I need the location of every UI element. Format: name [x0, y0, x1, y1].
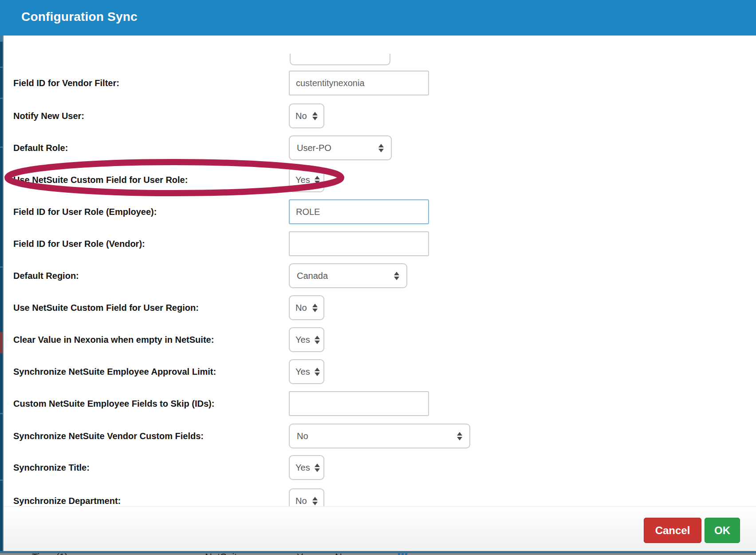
synchronize-title-select[interactable]: Yes: [289, 455, 324, 480]
clear-value-when-empty-select[interactable]: Yes: [289, 327, 324, 352]
field-label: Synchronize Department:: [13, 495, 121, 506]
background-cell: Yes: [297, 553, 313, 555]
form-scroll-area[interactable]: Field ID for Vendor Filter: Notify New U…: [4, 36, 756, 506]
select-spinner-icon: [312, 304, 318, 312]
select-spinner-icon: [315, 336, 320, 344]
configuration-sync-modal: Configuration Sync Field ID for Vendor F…: [0, 0, 756, 555]
user-role-employee-field-id-input[interactable]: [289, 199, 429, 224]
select-spinner-icon: [394, 272, 399, 280]
modal-header: Configuration Sync: [0, 0, 756, 36]
ok-button[interactable]: OK: [705, 518, 740, 543]
user-role-vendor-field-id-input[interactable]: [289, 231, 429, 256]
modal-title: Configuration Sync: [21, 10, 138, 24]
field-label: Synchronize NetSuite Employee Approval L…: [13, 366, 216, 377]
field-label: Use NetSuite Custom Field for User Role:: [13, 174, 188, 186]
field-label: Synchronize NetSuite Vendor Custom Field…: [13, 430, 204, 442]
cancel-button[interactable]: Cancel: [644, 518, 701, 543]
default-region-select[interactable]: Canada: [289, 263, 407, 288]
background-cell: NetSuite: [205, 553, 242, 555]
field-label: Field ID for Vendor Filter:: [13, 77, 119, 89]
user-region-custom-field-select[interactable]: No: [289, 295, 324, 320]
synchronize-department-select[interactable]: No: [289, 488, 324, 506]
modal-footer: Cancel OK: [4, 506, 756, 552]
select-spinner-icon: [315, 176, 320, 184]
select-spinner-icon: [378, 144, 384, 152]
select-spinner-icon: [312, 497, 318, 505]
cutoff-select-partial[interactable]: [290, 54, 390, 65]
select-spinner-icon: [315, 368, 320, 376]
field-label: Custom NetSuite Employee Fields to Skip …: [13, 398, 214, 409]
select-spinner-icon: [457, 432, 462, 440]
background-cell: None: [335, 553, 358, 555]
bar-chart-icon: [398, 553, 407, 555]
employee-fields-skip-input[interactable]: [289, 391, 429, 416]
select-spinner-icon: [312, 112, 318, 120]
field-label: Synchronize Title:: [13, 462, 90, 473]
background-cell: Time (1): [32, 553, 68, 555]
field-label: Field ID for User Role (Employee):: [13, 206, 157, 218]
user-role-custom-field-select[interactable]: Yes: [289, 167, 324, 192]
vendor-custom-fields-select[interactable]: No: [289, 424, 470, 448]
field-label: Use NetSuite Custom Field for User Regio…: [13, 302, 199, 313]
field-label: Default Role:: [13, 142, 68, 154]
field-label: Clear Value in Nexonia when empty in Net…: [13, 334, 214, 345]
field-label: Field ID for User Role (Vendor):: [13, 238, 145, 250]
default-role-select[interactable]: User-PO: [289, 135, 392, 160]
notify-new-user-select[interactable]: No: [289, 103, 324, 128]
vendor-filter-field-id-input[interactable]: [289, 71, 429, 95]
employee-approval-limit-select[interactable]: Yes: [289, 359, 324, 384]
field-label: Notify New User:: [13, 110, 84, 122]
field-label: Default Region:: [13, 270, 79, 281]
select-spinner-icon: [315, 464, 320, 472]
background-page-left-sliver: [0, 36, 4, 552]
